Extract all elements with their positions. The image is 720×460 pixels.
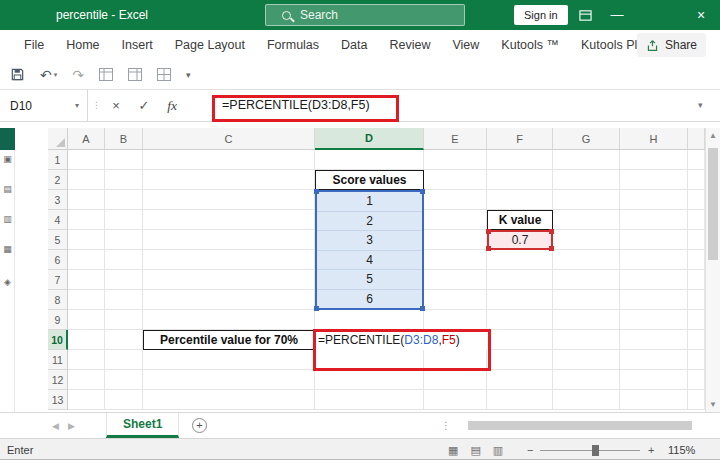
grid-cell[interactable] bbox=[105, 230, 143, 250]
grid-cell[interactable] bbox=[487, 370, 553, 390]
ribbon-tab-formulas[interactable]: Formulas bbox=[256, 30, 330, 60]
grid-cell[interactable] bbox=[424, 370, 487, 390]
grid-cell[interactable] bbox=[688, 290, 705, 310]
grid-cell[interactable] bbox=[553, 150, 620, 170]
grid-cell[interactable] bbox=[688, 270, 705, 290]
grid-cell[interactable] bbox=[143, 310, 315, 330]
ribbon-display-options-icon[interactable] bbox=[570, 0, 600, 30]
row-header-6[interactable]: 6 bbox=[48, 250, 68, 270]
grid-cell[interactable] bbox=[105, 190, 143, 210]
grid-cell[interactable] bbox=[620, 330, 688, 350]
page-break-view-icon[interactable]: ▥ bbox=[493, 444, 503, 457]
vertical-scroll-thumb[interactable] bbox=[708, 148, 718, 260]
grid-cell[interactable] bbox=[68, 210, 105, 230]
row-header-10[interactable]: 10 bbox=[48, 330, 68, 350]
ribbon-tab-data[interactable]: Data bbox=[330, 30, 378, 60]
row-header-4[interactable]: 4 bbox=[48, 210, 68, 230]
column-header-B[interactable]: B bbox=[105, 128, 143, 150]
table-tool-icon-2[interactable] bbox=[128, 68, 142, 81]
vertical-scrollbar[interactable]: ▲ ▼ bbox=[705, 128, 720, 412]
grid-cell[interactable] bbox=[620, 370, 688, 390]
grid-cell[interactable] bbox=[105, 270, 143, 290]
grid-cell[interactable] bbox=[424, 170, 487, 190]
grid-cell[interactable] bbox=[487, 310, 553, 330]
grid-cell[interactable] bbox=[688, 310, 705, 330]
grid-cell[interactable] bbox=[315, 310, 424, 330]
grid-cell[interactable] bbox=[68, 150, 105, 170]
grid-cell[interactable] bbox=[143, 250, 315, 270]
zoom-out-icon[interactable]: − bbox=[527, 439, 533, 460]
grid-cell[interactable] bbox=[143, 370, 315, 390]
column-header-C[interactable]: C bbox=[143, 128, 315, 150]
grid-cell[interactable] bbox=[68, 370, 105, 390]
range-handle-icon[interactable] bbox=[314, 189, 319, 194]
column-header-A[interactable]: A bbox=[68, 128, 105, 150]
grid-cell[interactable] bbox=[143, 230, 315, 250]
grid-cell[interactable] bbox=[68, 190, 105, 210]
grid-cell[interactable] bbox=[68, 290, 105, 310]
grid-cell[interactable] bbox=[143, 390, 315, 410]
cell-d5[interactable]: 3 bbox=[317, 231, 422, 251]
name-box-dropdown-icon[interactable]: ▾ bbox=[67, 101, 87, 110]
grid-cell[interactable] bbox=[620, 310, 688, 330]
grid-cell[interactable] bbox=[620, 350, 688, 370]
ribbon-tab-insert[interactable]: Insert bbox=[111, 30, 164, 60]
grid-cell[interactable] bbox=[68, 230, 105, 250]
grid-cell[interactable] bbox=[553, 330, 620, 350]
cell-f4-k-value-label[interactable]: K value bbox=[487, 210, 553, 230]
grid-cell[interactable] bbox=[620, 170, 688, 190]
grid-cell[interactable] bbox=[143, 190, 315, 210]
column-header-G[interactable]: G bbox=[553, 128, 620, 150]
row-header-1[interactable]: 1 bbox=[48, 150, 68, 170]
range-handle-icon[interactable] bbox=[420, 189, 425, 194]
column-header-E[interactable]: E bbox=[424, 128, 487, 150]
grid-cell[interactable] bbox=[424, 290, 487, 310]
name-box[interactable]: D10 ▾ bbox=[0, 90, 88, 121]
grid-cell[interactable] bbox=[553, 370, 620, 390]
tab-scroll-splitter[interactable]: ⋮ bbox=[441, 413, 451, 439]
grid-cell[interactable] bbox=[105, 210, 143, 230]
grid-cell[interactable] bbox=[487, 290, 553, 310]
grid-cell[interactable] bbox=[143, 170, 315, 190]
grid-cell[interactable] bbox=[688, 190, 705, 210]
grid-cell[interactable] bbox=[620, 150, 688, 170]
range-handle-icon[interactable] bbox=[486, 246, 491, 251]
grid-cell[interactable] bbox=[553, 390, 620, 410]
formula-bar-splitter[interactable]: ⋮ bbox=[92, 90, 101, 121]
cell-d7[interactable]: 5 bbox=[317, 270, 422, 290]
cell-d2-score-values[interactable]: Score values bbox=[315, 170, 424, 190]
sheet-next-icon[interactable]: ▶ bbox=[68, 413, 75, 439]
grid-cell[interactable] bbox=[688, 330, 705, 350]
grid-cell[interactable] bbox=[487, 250, 553, 270]
grid-cell[interactable] bbox=[68, 330, 105, 350]
page-layout-view-icon[interactable]: ▤ bbox=[470, 444, 480, 457]
grid-cell[interactable] bbox=[688, 350, 705, 370]
close-button[interactable]: × bbox=[686, 0, 716, 30]
grid-cell[interactable] bbox=[68, 270, 105, 290]
grid-cell[interactable] bbox=[620, 390, 688, 410]
cell-d8[interactable]: 6 bbox=[317, 290, 422, 309]
range-handle-icon[interactable] bbox=[314, 306, 319, 311]
confirm-entry-icon[interactable]: ✓ bbox=[136, 98, 152, 113]
row-header-13[interactable]: 13 bbox=[48, 390, 68, 410]
grid-cell[interactable] bbox=[553, 230, 620, 250]
search-box[interactable]: Search bbox=[265, 4, 465, 26]
zoom-in-icon[interactable]: + bbox=[648, 439, 654, 460]
grid-cell[interactable] bbox=[487, 330, 553, 350]
sign-in-button[interactable]: Sign in bbox=[514, 5, 568, 25]
grid-cell[interactable] bbox=[143, 290, 315, 310]
zoom-level[interactable]: 115% bbox=[668, 439, 695, 460]
grid-cell[interactable] bbox=[424, 270, 487, 290]
grid-cell[interactable] bbox=[553, 270, 620, 290]
horizontal-scroll-thumb[interactable] bbox=[468, 421, 692, 430]
grid-cell[interactable] bbox=[620, 210, 688, 230]
grid-cell[interactable] bbox=[105, 350, 143, 370]
grid-cell[interactable] bbox=[688, 210, 705, 230]
grid-cell[interactable] bbox=[553, 210, 620, 230]
grid-cell[interactable] bbox=[68, 310, 105, 330]
grid-cell[interactable] bbox=[487, 350, 553, 370]
grid-cell[interactable] bbox=[487, 190, 553, 210]
share-button[interactable]: Share bbox=[637, 33, 706, 57]
zoom-slider-thumb[interactable] bbox=[592, 445, 599, 456]
ribbon-tab-kutools[interactable]: Kutools ™ bbox=[490, 30, 570, 60]
